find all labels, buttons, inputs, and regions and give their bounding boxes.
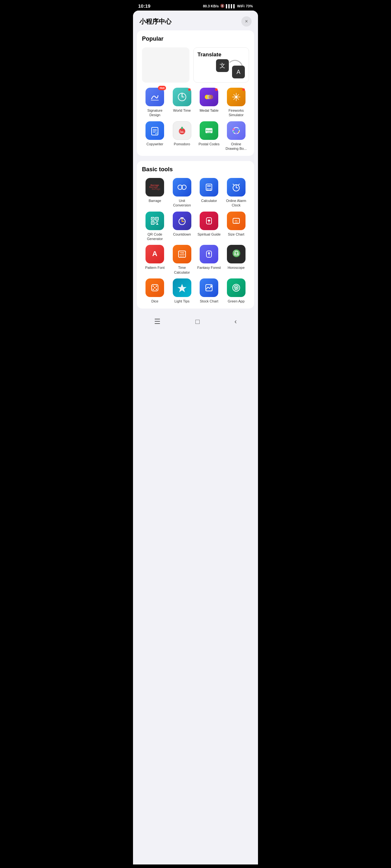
- popular-section: Popular Translate 文 A Hot Signatur: [137, 30, 254, 156]
- back-icon[interactable]: ‹: [234, 317, 236, 326]
- svg-point-6: [208, 95, 213, 99]
- basic-tools-title: Basic tools: [142, 166, 249, 173]
- app-label-size-chart: Size Chart: [228, 232, 244, 237]
- battery-icon: 73%: [246, 4, 253, 8]
- app-item-fantasy-forest[interactable]: ? Fantasy Forest: [196, 245, 222, 275]
- app-label-unit-conversion: UnitConversion: [173, 198, 191, 208]
- banner-row: Translate 文 A: [142, 48, 249, 83]
- translate-label: Translate: [197, 52, 221, 58]
- app-label-qr-code-generator: QR CodeGenerator: [147, 232, 163, 241]
- svg-point-32: [235, 132, 237, 134]
- app-item-fireworks-simulator[interactable]: FireworksSimulator: [223, 88, 249, 118]
- app-icon-pattern-font: A: [145, 245, 164, 264]
- svg-line-53: [239, 184, 240, 185]
- app-icon-calculator: [200, 178, 218, 196]
- app-label-world-time: World Time: [173, 108, 191, 113]
- app-item-countdown[interactable]: Countdown: [169, 212, 195, 241]
- app-icon-postal-codes: Postalcode: [200, 121, 218, 140]
- app-item-light-tips[interactable]: Light Tips: [169, 278, 195, 303]
- app-item-stock-chart[interactable]: Stock Chart: [196, 278, 222, 303]
- app-label-fireworks-simulator: FireworksSimulator: [228, 108, 244, 118]
- app-item-horoscope[interactable]: ♎ Horoscope: [223, 245, 249, 275]
- svg-point-30: [233, 128, 234, 130]
- svg-point-89: [235, 286, 238, 289]
- svg-rect-42: [207, 185, 211, 187]
- app-item-unit-conversion[interactable]: UnitConversion: [169, 178, 195, 208]
- app-item-online-alarm-clock[interactable]: Online AlarmClock: [223, 178, 249, 208]
- status-time: 10:19: [138, 3, 150, 9]
- app-container: 小程序中心 × Popular Translate 文 A Hot: [133, 10, 258, 865]
- svg-rect-58: [157, 218, 157, 219]
- app-label-postal-codes: Postal Codes: [199, 142, 220, 146]
- app-item-pattern-font[interactable]: A Pattern Font: [142, 245, 168, 275]
- app-label-online-drawing: OnlineDrawing Bo...: [226, 142, 247, 151]
- app-item-medal-table[interactable]: Medal Table: [196, 88, 222, 118]
- svg-text:185A: 185A: [234, 222, 238, 223]
- app-item-dice[interactable]: Dice: [142, 278, 168, 303]
- app-item-world-time[interactable]: World Time: [169, 88, 195, 118]
- app-icon-fireworks-simulator: [227, 88, 246, 106]
- app-label-online-alarm-clock: Online AlarmClock: [226, 198, 246, 208]
- app-label-pomodoro: Pomodoro: [174, 142, 190, 146]
- app-icon-world-time: [173, 88, 191, 106]
- status-right: 80.3 KB/s 🔇 ▌▌▌▌ WiFi 73%: [203, 4, 253, 8]
- app-label-copywriter: Copywriter: [146, 142, 163, 146]
- app-icon-dice: [145, 278, 164, 297]
- svg-marker-86: [177, 284, 187, 292]
- svg-point-83: [154, 287, 156, 288]
- svg-point-81: [152, 285, 154, 287]
- svg-text:TIME: TIME: [180, 252, 184, 254]
- app-item-signature-design[interactable]: Hot SignatureDesign: [142, 88, 168, 118]
- app-item-calculator[interactable]: Calculator: [196, 178, 222, 208]
- app-label-fantasy-forest: Fantasy Forest: [197, 265, 221, 270]
- app-icon-pomodoro: 0 5: [173, 121, 191, 140]
- popular-title: Popular: [142, 35, 249, 42]
- badge-dot-fireworks: [242, 88, 245, 91]
- app-item-green-app[interactable]: Green App: [223, 278, 249, 303]
- network-speed: 80.3 KB/s: [203, 4, 219, 8]
- mute-icon: 🔇: [220, 4, 225, 8]
- app-item-barrage[interactable]: BarrageBarrageBarrage Barrage: [142, 178, 168, 208]
- app-item-qr-code-generator[interactable]: QR CodeGenerator: [142, 212, 168, 241]
- badge-dot-medal: [215, 88, 218, 91]
- app-icon-online-alarm-clock: [227, 178, 246, 196]
- translate-banner[interactable]: Translate 文 A: [193, 48, 249, 83]
- translate-chinese-icon: 文: [216, 59, 229, 72]
- app-icon-stock-chart: [200, 278, 218, 297]
- app-icon-barrage: BarrageBarrageBarrage: [145, 178, 164, 196]
- basic-tools-section: Basic tools BarrageBarrageBarrage Barrag…: [137, 161, 254, 309]
- nav-bar: ☰ □ ‹: [137, 314, 254, 332]
- svg-point-84: [152, 289, 154, 290]
- app-label-spiritual-guide: Spiritual Guide: [197, 232, 221, 237]
- status-bar: 10:19 80.3 KB/s 🔇 ▌▌▌▌ WiFi 73%: [133, 0, 258, 10]
- app-item-pomodoro[interactable]: 0 5 Pomodoro: [169, 121, 195, 151]
- svg-point-33: [233, 131, 234, 132]
- app-icon-time-calculator: TIME×÷=: [173, 245, 191, 264]
- app-label-stock-chart: Stock Chart: [200, 299, 218, 303]
- app-label-light-tips: Light Tips: [174, 299, 189, 303]
- close-button[interactable]: ×: [241, 16, 252, 27]
- app-icon-online-drawing: [227, 121, 246, 140]
- home-icon[interactable]: □: [196, 317, 200, 326]
- app-label-pattern-font: Pattern Font: [145, 265, 165, 270]
- svg-text:A: A: [152, 250, 157, 258]
- app-item-size-chart[interactable]: XXL185A Size Chart: [223, 212, 249, 241]
- wifi-icon: WiFi: [237, 4, 245, 8]
- app-icon-size-chart: XXL185A: [227, 212, 246, 230]
- app-item-copywriter[interactable]: Copywriter: [142, 121, 168, 151]
- menu-icon[interactable]: ☰: [154, 317, 161, 326]
- app-item-postal-codes[interactable]: Postalcode Postal Codes: [196, 121, 222, 151]
- app-item-time-calculator[interactable]: TIME×÷= TimeCalculator: [169, 245, 195, 275]
- app-icon-qr-code-generator: [145, 212, 164, 230]
- page-title: 小程序中心: [139, 17, 171, 26]
- svg-text:♎: ♎: [232, 249, 241, 258]
- app-icon-fantasy-forest: ?: [200, 245, 218, 264]
- app-label-calculator: Calculator: [201, 198, 217, 203]
- svg-point-47: [208, 189, 210, 190]
- app-item-online-drawing[interactable]: OnlineDrawing Bo...: [223, 121, 249, 151]
- app-label-barrage: Barrage: [149, 198, 161, 203]
- svg-point-43: [207, 188, 208, 189]
- svg-text:code: code: [207, 131, 211, 133]
- app-icon-countdown: [173, 212, 191, 230]
- app-item-spiritual-guide[interactable]: Spiritual Guide: [196, 212, 222, 241]
